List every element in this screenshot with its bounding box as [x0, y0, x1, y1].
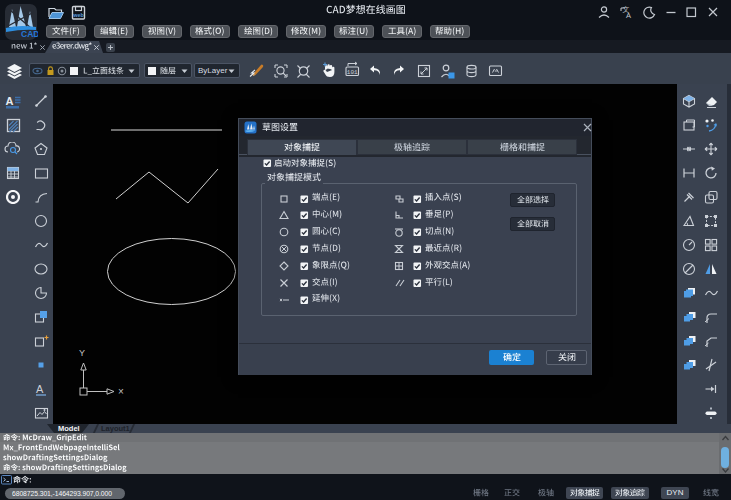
svg-text:101: 101 [347, 69, 358, 76]
svg-text:A: A [6, 95, 14, 107]
svg-text:×: × [118, 386, 124, 397]
svg-text:Y: Y [79, 348, 85, 358]
svg-text:CAD: CAD [21, 29, 38, 39]
svg-text:A: A [626, 11, 631, 20]
svg-text:A: A [36, 383, 44, 395]
svg-text:web: web [72, 12, 84, 18]
